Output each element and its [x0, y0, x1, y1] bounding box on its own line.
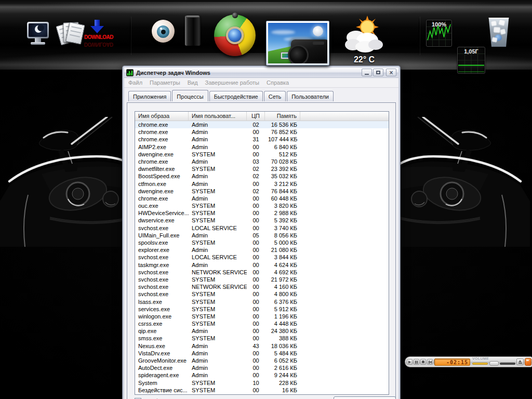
process-row[interactable]: UIMain_Full.exeAdmin058 056 КБ: [135, 232, 389, 239]
list-body: chrome.exeAdmin0216 536 КБchrome.exeAdmi…: [135, 121, 389, 394]
process-row[interactable]: spoolsv.exeSYSTEM005 000 КБ: [135, 239, 389, 246]
process-row[interactable]: svchost.exeLOCAL SERVICE003 740 КБ: [135, 224, 389, 232]
process-row[interactable]: SystemSYSTEM10228 КБ: [135, 379, 389, 387]
processes-tab-panel: Имя образаИмя пользоват...ЦППамять chrom…: [127, 102, 396, 399]
eye-icon[interactable]: [152, 20, 175, 43]
volume-label: VOLUME: [472, 357, 489, 361]
moon-icon: [313, 26, 323, 36]
process-row[interactable]: dwengine.exeSYSTEM00512 КБ: [135, 151, 389, 158]
process-row[interactable]: lsass.exeSYSTEM006 376 КБ: [135, 298, 389, 305]
process-row[interactable]: chrome.exeAdmin0370 028 КБ: [135, 158, 389, 165]
task-manager-app-icon: [126, 69, 134, 76]
chrome-icon[interactable]: [214, 15, 256, 56]
process-row[interactable]: GrooveMonitor.exeAdmin006 052 КБ: [135, 357, 389, 364]
process-row[interactable]: chrome.exeAdmin0216 536 КБ: [135, 121, 389, 128]
ram-value: 1,05Г: [458, 48, 485, 55]
process-row[interactable]: smss.exeSYSTEM00388 КБ: [135, 335, 389, 342]
dock-separator: [130, 17, 131, 55]
process-row[interactable]: svchost.exeNETWORK SERVICE004 692 КБ: [135, 269, 389, 276]
download-arrow-head: [90, 26, 104, 33]
process-row[interactable]: chrome.exeAdmin31107 444 КБ: [135, 136, 389, 143]
process-row[interactable]: dwengine.exeSYSTEM0276 844 КБ: [135, 188, 389, 195]
process-row[interactable]: chrome.exeAdmin0060 448 КБ: [135, 195, 389, 202]
process-row[interactable]: HWDeviceService...SYSTEM002 988 КБ: [135, 209, 389, 217]
process-row[interactable]: Бездействие сис...SYSTEM0016 КБ: [135, 387, 389, 394]
process-row[interactable]: winlogon.exeSYSTEM001 196 КБ: [135, 313, 389, 320]
process-row[interactable]: ctfmon.exeAdmin003 212 КБ: [135, 180, 389, 188]
task-manager-window: Диспетчер задач Windows × ФайлПараметрыВ…: [123, 66, 400, 399]
cpu-graph-widget[interactable]: 100%: [426, 20, 452, 47]
process-row[interactable]: AIMP2.exeAdmin006 840 КБ: [135, 143, 389, 151]
previous-button[interactable]: [427, 359, 433, 365]
pause-button[interactable]: [414, 359, 419, 365]
process-row[interactable]: chrome.exeAdmin0076 852 КБ: [135, 128, 389, 136]
player-menu-button[interactable]: [525, 358, 531, 366]
download-label: DOWNLOAD: [84, 34, 111, 40]
process-list[interactable]: Имя образаИмя пользоват...ЦППамять chrom…: [135, 111, 389, 395]
process-row[interactable]: csrss.exeSYSTEM004 448 КБ: [135, 320, 389, 327]
process-row[interactable]: AutoDect.exeAdmin002 616 КБ: [135, 364, 389, 371]
process-row[interactable]: Nexus.exeAdmin4318 036 КБ: [135, 342, 389, 350]
process-row[interactable]: svchost.exeNETWORK SERVICE004 160 КБ: [135, 283, 389, 290]
process-row[interactable]: svchost.exeSYSTEM004 800 КБ: [135, 290, 389, 298]
photo-slideshow-widget[interactable]: [266, 21, 329, 65]
tab-3[interactable]: Сеть: [264, 91, 286, 101]
iris: [157, 25, 169, 38]
volume-slider-knob[interactable]: [489, 361, 499, 366]
process-row[interactable]: svchost.exeSYSTEM0021 972 КБ: [135, 276, 389, 283]
monitor-night-icon[interactable]: [27, 22, 51, 47]
lcd-time-display: -02:15: [434, 358, 470, 366]
title-bar[interactable]: Диспетчер задач Windows ×: [124, 68, 398, 78]
process-row[interactable]: taskmgr.exeAdmin004 624 КБ: [135, 261, 389, 269]
tower-pc-icon[interactable]: [185, 16, 201, 46]
menu-item-0[interactable]: Файл: [128, 79, 142, 86]
chrome-ball: [214, 15, 256, 56]
column-header-1[interactable]: Имя пользоват...: [189, 112, 247, 121]
tab-4[interactable]: Пользователи: [287, 91, 334, 101]
end-process-button[interactable]: [334, 396, 396, 399]
maximize-button[interactable]: [373, 69, 383, 76]
play-button[interactable]: [407, 359, 413, 365]
tab-1[interactable]: Процессы: [172, 90, 208, 101]
minimize-button[interactable]: [362, 69, 372, 76]
weather-icon: [340, 16, 388, 55]
column-header-0[interactable]: Имя образа: [135, 112, 189, 121]
documents-icon[interactable]: [56, 21, 84, 48]
recycle-bin-glass: [487, 18, 510, 47]
weather-temperature: 22° C: [340, 55, 388, 64]
ram-graph-widget[interactable]: 1,05Г: [457, 47, 485, 74]
process-row[interactable]: spideragent.exeAdmin009 244 КБ: [135, 371, 389, 379]
menu-item-1[interactable]: Параметры: [150, 79, 180, 86]
stop-button[interactable]: [420, 359, 426, 365]
close-button[interactable]: ×: [386, 69, 396, 76]
process-row[interactable]: explorer.exeAdmin0021 080 КБ: [135, 246, 389, 254]
process-row[interactable]: dwservice.exeSYSTEM005 392 КБ: [135, 217, 389, 224]
menu-item-2[interactable]: Вид: [188, 79, 198, 86]
column-header-2[interactable]: ЦП: [247, 112, 265, 121]
download-label-reflection: DOWNLOAD: [84, 42, 111, 47]
tab-2[interactable]: Быстродействие: [209, 91, 263, 101]
weather-widget[interactable]: [340, 16, 388, 55]
paper-sheet: [65, 22, 85, 44]
download-icon[interactable]: DOWNLOAD DOWNLOAD: [84, 19, 111, 50]
mini-media-player: -02:15VOLUME: [405, 356, 532, 367]
volume-track[interactable]: [500, 363, 515, 365]
process-row[interactable]: dwnetfilter.exeSYSTEM0223 392 КБ: [135, 165, 389, 172]
dock-separator: [419, 17, 420, 55]
menu-bar: ФайлПараметрыВидЗавершение работыСправка: [124, 78, 398, 88]
process-row[interactable]: ouc.exeSYSTEM003 820 КБ: [135, 202, 389, 209]
process-row[interactable]: qip.exeAdmin0024 380 КБ: [135, 327, 389, 335]
recycle-bin-icon[interactable]: [487, 18, 510, 47]
camera-icon: [291, 39, 327, 63]
eject-button[interactable]: [516, 358, 524, 365]
photo-frame: [266, 21, 329, 65]
process-row[interactable]: BoostSpeed.exeAdmin0235 032 КБ: [135, 172, 389, 180]
dock: DOWNLOAD DOWNLOAD: [0, 0, 532, 70]
process-row[interactable]: svchost.exeLOCAL SERVICE003 844 КБ: [135, 254, 389, 261]
menu-item-3[interactable]: Завершение работы: [205, 79, 259, 86]
menu-item-4[interactable]: Справка: [267, 79, 289, 86]
process-row[interactable]: VistaDrv.exeAdmin005 484 КБ: [135, 350, 389, 357]
tab-0[interactable]: Приложения: [128, 91, 171, 101]
column-header-3[interactable]: Память: [265, 112, 300, 121]
process-row[interactable]: services.exeSYSTEM005 912 КБ: [135, 305, 389, 313]
